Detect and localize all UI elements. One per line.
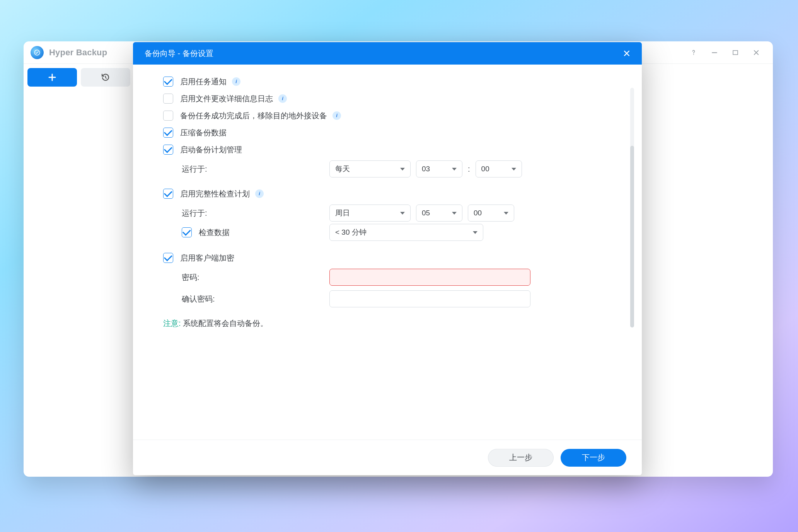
label-compress: 压缩备份数据 xyxy=(180,128,227,138)
checkbox-compress[interactable] xyxy=(163,128,173,138)
select-integrity-minute-value: 00 xyxy=(474,209,482,217)
chevron-down-icon xyxy=(473,231,477,234)
select-backup-hour-value: 03 xyxy=(422,165,430,173)
row-enable-client-encryption: 启用客户端加密 xyxy=(163,249,619,266)
select-backup-hour[interactable]: 03 xyxy=(416,160,462,177)
row-compress-backup-data: 压缩备份数据 xyxy=(163,124,619,141)
info-icon[interactable] xyxy=(255,189,264,198)
app-logo-icon xyxy=(31,46,44,59)
minimize-button[interactable] xyxy=(704,41,725,64)
row-confirm-password: 确认密码: xyxy=(163,288,619,310)
info-icon[interactable] xyxy=(232,77,240,86)
select-backup-minute-value: 00 xyxy=(481,165,489,173)
scrollbar[interactable] xyxy=(630,88,634,327)
select-backup-frequency-value: 每天 xyxy=(335,164,350,174)
chevron-down-icon xyxy=(452,168,457,171)
note-text: 系统配置将会自动备份。 xyxy=(181,319,268,327)
help-button[interactable] xyxy=(683,41,704,64)
label-run-at: 运行于: xyxy=(163,164,329,174)
select-check-duration[interactable]: < 30 分钟 xyxy=(329,224,483,241)
label-confirm-password: 确认密码: xyxy=(163,294,329,304)
label-remove-external: 备份任务成功完成后，移除目的地外接设备 xyxy=(180,111,327,121)
modal-body: 启用任务通知 启用文件更改详细信息日志 备份任务成功完成后，移除目的地外接设备 … xyxy=(133,65,642,440)
select-backup-minute[interactable]: 00 xyxy=(476,160,522,177)
chevron-down-icon xyxy=(400,168,405,171)
checkbox-enable-task-notification[interactable] xyxy=(163,77,173,87)
label-client-encryption: 启用客户端加密 xyxy=(180,253,234,263)
time-separator: : xyxy=(468,165,470,174)
row-enable-task-notification: 启用任务通知 xyxy=(163,73,619,90)
row-enable-integrity-check: 启用完整性检查计划 xyxy=(163,185,619,202)
restore-button[interactable] xyxy=(81,68,130,87)
checkbox-enable-file-change-log[interactable] xyxy=(163,94,173,104)
select-backup-frequency[interactable]: 每天 xyxy=(329,160,411,177)
modal-close-button[interactable] xyxy=(620,47,633,60)
row-integrity-run-at: 运行于: 周日 05 00 xyxy=(163,202,619,224)
svg-point-1 xyxy=(693,54,694,55)
info-icon[interactable] xyxy=(332,111,341,120)
row-enable-backup-schedule: 启动备份计划管理 xyxy=(163,141,619,158)
chevron-down-icon xyxy=(504,212,508,215)
checkbox-integrity-check[interactable] xyxy=(163,189,173,199)
select-integrity-hour-value: 05 xyxy=(422,209,430,217)
label-enable-file-change-log: 启用文件更改详细信息日志 xyxy=(180,94,273,104)
chevron-down-icon xyxy=(452,212,457,215)
note: 注意: 系统配置将会自动备份。 xyxy=(163,318,619,329)
label-enable-task-notification: 启用任务通知 xyxy=(180,77,227,87)
checkbox-client-encryption[interactable] xyxy=(163,253,173,263)
row-password: 密码: xyxy=(163,266,619,288)
input-confirm-password-wrapper xyxy=(329,290,530,307)
maximize-button[interactable] xyxy=(725,41,746,64)
checkbox-remove-external[interactable] xyxy=(163,111,173,121)
info-icon[interactable] xyxy=(278,94,287,103)
svg-rect-3 xyxy=(733,50,738,55)
row-enable-file-change-log: 启用文件更改详细信息日志 xyxy=(163,90,619,107)
row-backup-run-at: 运行于: 每天 03 : 00 xyxy=(163,158,619,180)
window-close-button[interactable] xyxy=(746,41,767,64)
app-title: Hyper Backup xyxy=(49,48,107,58)
label-integrity-check: 启用完整性检查计划 xyxy=(180,189,250,199)
next-button[interactable]: 下一步 xyxy=(561,449,626,467)
note-label: 注意: xyxy=(163,319,181,327)
select-integrity-minute[interactable]: 00 xyxy=(468,205,514,222)
select-integrity-frequency-value: 周日 xyxy=(335,208,350,218)
label-run-at-2: 运行于: xyxy=(163,208,329,218)
select-integrity-hour[interactable]: 05 xyxy=(416,205,462,222)
select-check-duration-value: < 30 分钟 xyxy=(335,227,367,237)
scrollbar-thumb[interactable] xyxy=(630,146,634,327)
modal-title: 备份向导 - 备份设置 xyxy=(145,48,213,59)
input-confirm-password[interactable] xyxy=(335,291,525,307)
input-password[interactable] xyxy=(335,269,525,285)
svg-rect-2 xyxy=(712,52,717,53)
label-password: 密码: xyxy=(163,272,329,283)
label-backup-schedule: 启动备份计划管理 xyxy=(180,145,242,155)
modal-footer: 上一步 下一步 xyxy=(133,440,642,475)
select-integrity-frequency[interactable]: 周日 xyxy=(329,205,411,222)
checkbox-backup-schedule[interactable] xyxy=(163,145,173,155)
prev-button[interactable]: 上一步 xyxy=(488,449,554,467)
row-remove-external-after-success: 备份任务成功完成后，移除目的地外接设备 xyxy=(163,107,619,124)
chevron-down-icon xyxy=(512,168,516,171)
backup-wizard-modal: 备份向导 - 备份设置 启用任务通知 启用文件更改详细信息日志 备份任务成功完成… xyxy=(133,42,642,475)
input-password-wrapper xyxy=(329,269,530,286)
chevron-down-icon xyxy=(400,212,405,215)
modal-header: 备份向导 - 备份设置 xyxy=(133,42,642,65)
label-check-data: 检查数据 xyxy=(199,227,230,238)
checkbox-check-data[interactable] xyxy=(182,227,192,237)
add-task-button[interactable] xyxy=(27,68,77,87)
row-check-data: 检查数据 < 30 分钟 xyxy=(163,224,619,241)
